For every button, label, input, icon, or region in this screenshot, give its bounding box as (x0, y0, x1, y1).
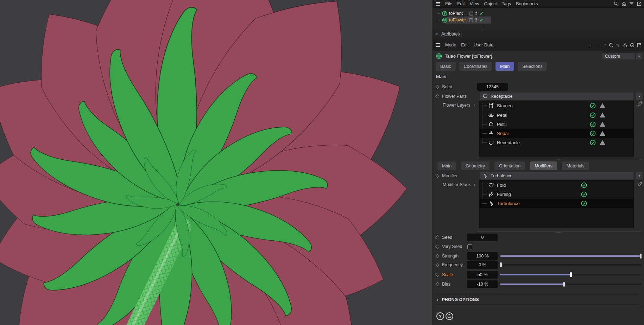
enabled-check-icon[interactable] (590, 130, 596, 136)
up-arrow-icon[interactable]: ↑ (604, 42, 606, 48)
frequency-input[interactable]: 0 % (467, 261, 498, 269)
tab-geometry[interactable]: Geometry (461, 161, 490, 170)
scale-slider[interactable] (500, 272, 642, 277)
enabled-check-icon[interactable] (581, 182, 587, 188)
object-row-toplant[interactable]: toPlant ✓ (438, 10, 484, 17)
param-diamond-icon[interactable] (435, 85, 439, 89)
param-diamond-icon[interactable] (435, 282, 439, 286)
scale-input[interactable]: 50 % (467, 271, 498, 279)
forward-arrow-icon[interactable]: → (596, 42, 601, 48)
param-diamond-icon[interactable] (435, 94, 439, 98)
tab-materials[interactable]: Materials (562, 161, 589, 170)
layer-row-sepal[interactable]: Sepal (480, 129, 633, 138)
solo-triangle-icon[interactable] (600, 140, 605, 145)
solo-triangle-icon[interactable] (600, 113, 605, 117)
param-diamond-icon[interactable] (435, 244, 439, 248)
viewport-3d[interactable] (0, 0, 433, 325)
object-row-toflower[interactable]: toFlower ✓ (438, 17, 484, 23)
flower-parts-dropdown-arrow-icon[interactable]: ▾ (636, 92, 643, 100)
menu-file[interactable]: File (445, 1, 452, 6)
object-name[interactable]: toPlant (449, 11, 467, 16)
attr-menu-mode[interactable]: Mode (445, 43, 456, 47)
layer-row-stamen[interactable]: Stamen (480, 101, 633, 110)
visibility-dots-icon[interactable] (475, 12, 477, 15)
vary-seed-checkbox[interactable] (467, 244, 472, 249)
tab-selections[interactable]: Selections (518, 62, 547, 71)
phong-options-section[interactable]: › PHONG OPTIONS (437, 297, 479, 302)
flower-parts-dropdown[interactable]: Receptacle (479, 92, 634, 100)
tab-basic[interactable]: Basic (436, 62, 456, 71)
search-icon[interactable] (614, 1, 618, 6)
param-diamond-icon[interactable] (435, 235, 439, 239)
tab-main[interactable]: Main (495, 62, 514, 71)
tab-orientation[interactable]: Orientation (494, 161, 525, 170)
menu-hamburger-icon[interactable] (436, 1, 440, 6)
popout-icon[interactable] (637, 1, 642, 6)
modifier-dropdown-arrow-icon[interactable]: ▾ (636, 172, 643, 180)
section-resize-handle[interactable]: ...... (477, 231, 641, 231)
object-name[interactable]: toFlower (449, 18, 467, 23)
seed2-input[interactable]: 0 (467, 234, 498, 241)
attr-hamburger-icon[interactable] (436, 43, 440, 47)
reset-icon[interactable] (446, 312, 453, 320)
menu-view[interactable]: View (470, 1, 479, 6)
enabled-check-icon[interactable] (581, 200, 587, 206)
help-icon[interactable]: ? (436, 312, 444, 320)
bias-input[interactable]: -10 % (467, 280, 498, 288)
seed-input[interactable]: 12345 (477, 83, 508, 91)
enabled-check-icon[interactable] (581, 191, 587, 197)
search-icon[interactable] (609, 43, 613, 47)
section-resize-handle[interactable]: ...... (477, 159, 641, 159)
back-arrow-icon[interactable]: ← (589, 42, 594, 48)
tab-modifiers[interactable]: Modifiers (530, 161, 557, 170)
stack-row-furling[interactable]: Furling (480, 190, 633, 199)
target-icon[interactable] (630, 43, 634, 47)
home-icon[interactable] (621, 1, 626, 6)
enabled-check-icon[interactable]: ✓ (480, 11, 484, 16)
param-diamond-icon[interactable] (435, 273, 439, 276)
eyedropper-icon[interactable] (637, 181, 643, 186)
menu-edit[interactable]: Edit (457, 1, 465, 6)
preset-dropdown-arrow-icon[interactable]: ▾ (636, 52, 643, 60)
bias-slider[interactable] (500, 282, 642, 287)
close-icon[interactable]: × (435, 32, 438, 37)
layer-row-receptacle[interactable]: Receptacle (480, 138, 633, 147)
enabled-check-icon[interactable] (590, 121, 596, 127)
tab-coordinates[interactable]: Coordinates (459, 62, 492, 71)
param-diamond-icon[interactable] (435, 254, 439, 258)
popout-icon[interactable] (637, 43, 642, 47)
solo-triangle-icon[interactable] (600, 103, 605, 108)
layer-toggle-icon[interactable] (469, 12, 473, 15)
menu-object[interactable]: Object (484, 1, 497, 6)
modifier-dropdown[interactable]: Turbulence (479, 172, 634, 180)
tab-sub-main[interactable]: Main (437, 161, 456, 170)
layer-row-petal[interactable]: Petal (480, 110, 633, 120)
frequency-slider[interactable] (500, 262, 642, 267)
layer-toggle-icon[interactable] (469, 18, 473, 22)
lock-icon[interactable] (623, 43, 627, 47)
enabled-check-icon[interactable] (590, 112, 596, 118)
stack-row-turbulence[interactable]: Turbulence (480, 199, 633, 208)
solo-triangle-icon[interactable] (600, 122, 605, 127)
param-diamond-icon[interactable] (435, 174, 439, 178)
preset-dropdown[interactable]: Custom (601, 52, 636, 60)
stack-row-fold[interactable]: Fold (480, 180, 633, 190)
attr-menu-edit[interactable]: Edit (461, 43, 469, 47)
param-diamond-icon[interactable] (435, 263, 439, 267)
menu-tags[interactable]: Tags (502, 1, 511, 6)
layer-row-pistil[interactable]: Pistil (480, 120, 633, 129)
menu-bookmarks[interactable]: Bookmarks (516, 1, 538, 6)
enabled-check-icon[interactable] (590, 103, 596, 109)
eyedropper-icon[interactable] (637, 101, 643, 106)
solo-triangle-icon[interactable] (600, 131, 605, 136)
attr-menu-userdata[interactable]: User Data (474, 43, 493, 47)
enabled-check-icon[interactable]: ✓ (480, 18, 484, 23)
chevron-right-icon[interactable]: › (474, 182, 475, 187)
visibility-dots-icon[interactable] (475, 18, 477, 22)
chevron-right-icon[interactable]: › (474, 103, 475, 108)
enabled-check-icon[interactable] (590, 140, 596, 146)
strength-slider[interactable] (500, 254, 642, 259)
strength-input[interactable]: 100 % (467, 252, 498, 260)
filter-icon[interactable] (629, 1, 634, 6)
filter-icon[interactable] (616, 43, 620, 47)
